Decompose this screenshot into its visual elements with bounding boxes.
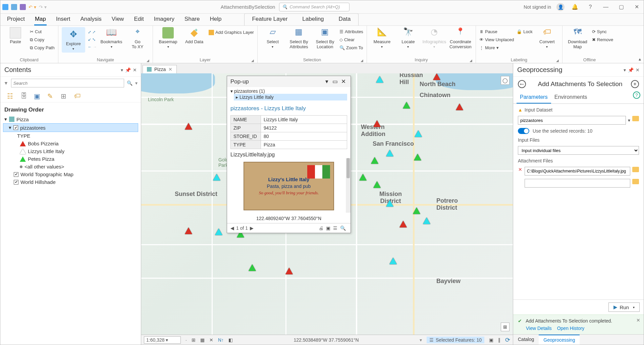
add-data-button[interactable]: ◆+Add Data [182, 27, 206, 44]
status-icon[interactable]: ◧ [228, 337, 233, 343]
map-marker[interactable] [399, 221, 407, 227]
tab-data[interactable]: Data [331, 14, 358, 25]
pane-options-button[interactable]: ▾ [121, 67, 123, 73]
pause-labels-button[interactable]: ⏸ Pause [479, 28, 497, 35]
tab-share[interactable]: Share [184, 14, 200, 25]
map-marker[interactable] [371, 157, 378, 164]
autohide-button[interactable]: 📌 [125, 67, 131, 73]
snapping-view-icon[interactable]: ⊞ [61, 92, 68, 99]
popup-feature-item[interactable]: ▸ Lizzys Little Italy [234, 94, 347, 100]
layer-hillshade[interactable]: ✔World Hillshade [3, 178, 138, 186]
tab-map[interactable]: Map [34, 14, 47, 25]
geoprocessing-tab[interactable]: Geoprocessing [539, 335, 580, 345]
map-marker[interactable] [249, 264, 256, 271]
scale-input[interactable]: 1:60,328 ▾ [144, 336, 181, 344]
map-marker[interactable] [456, 104, 463, 110]
autohide-button[interactable]: 📌 [628, 67, 634, 73]
contents-search-input[interactable] [11, 79, 124, 87]
layer-pizzastores[interactable]: ▾✔pizzastores [3, 123, 138, 132]
zoom-to-button[interactable]: 🔍 Zoom To [339, 45, 363, 51]
map-marker[interactable] [386, 150, 393, 156]
tab-environments[interactable]: Environments [551, 91, 591, 104]
use-selection-toggle[interactable] [518, 128, 529, 134]
attachment-file-empty-field[interactable] [525, 179, 630, 188]
status-icon[interactable]: ✕ [209, 337, 213, 343]
map-marker[interactable] [433, 73, 440, 80]
notifications-icon[interactable]: 🔔 [570, 4, 580, 10]
signin-status[interactable]: Not signed in [524, 4, 551, 10]
full-extent-icon[interactable]: ⤢ ↗ [88, 30, 96, 34]
basemap-button[interactable]: Basemap▾ [156, 27, 180, 49]
download-map-button[interactable]: 🗺Download Map [566, 27, 589, 49]
popup-attachment-image[interactable]: Lizzy's Little Italy Pasta, pizza and pu… [244, 162, 334, 210]
status-icon[interactable]: ⊞ [192, 337, 196, 343]
close-button[interactable]: ✕ [632, 4, 642, 10]
close-pane-button[interactable]: ✕ [133, 67, 137, 73]
tab-feature-layer[interactable]: Feature Layer [245, 14, 295, 25]
input-dataset-field[interactable] [518, 116, 626, 125]
map-marker[interactable] [359, 174, 367, 181]
tool-help-button[interactable]: ? [633, 91, 640, 99]
map-tab[interactable]: Pizza✕ [143, 65, 177, 73]
explore-button[interactable]: ✥Explore▾ [62, 27, 85, 53]
map-marker[interactable] [413, 207, 420, 214]
map-marker[interactable] [373, 181, 381, 188]
map-node[interactable]: ▾Pizza [3, 115, 138, 123]
help-icon[interactable]: ? [585, 4, 595, 10]
attachment-file-field[interactable] [525, 167, 630, 176]
map-marker[interactable] [185, 123, 192, 130]
select-button[interactable]: ▱Select▾ [261, 27, 284, 49]
map-marker[interactable] [403, 102, 410, 109]
bookmarks-button[interactable]: 📖Bookmarks▾ [100, 27, 123, 49]
minimize-button[interactable]: — [601, 4, 611, 10]
pause-draw-button[interactable]: ‖ [498, 337, 500, 343]
map-marker[interactable] [389, 258, 397, 264]
refresh-button[interactable]: ⟳ [505, 336, 510, 344]
popup-menu-button[interactable]: ☰ [333, 225, 337, 231]
popup-scrollbar[interactable] [346, 158, 351, 213]
tab-imagery[interactable]: Imagery [153, 14, 175, 25]
popup-select-button[interactable]: ▣ [326, 225, 330, 231]
snapping-button[interactable]: ⊞ [501, 323, 509, 331]
status-icon[interactable]: ▣ [489, 337, 493, 343]
navigator-button[interactable]: ◯ [501, 76, 509, 85]
attributes-button[interactable]: ☰ Attributes [339, 28, 363, 35]
dismiss-message-button[interactable]: ✕ [636, 318, 640, 323]
editing-view-icon[interactable]: ✎ [47, 92, 55, 99]
popup-options-button[interactable]: ▾ [325, 78, 328, 85]
labeling-view-icon[interactable]: 🏷 [74, 92, 82, 99]
tab-insert[interactable]: Insert [55, 14, 71, 25]
map-canvas[interactable]: San Francisco Mission District Russian H… [141, 73, 513, 335]
tab-labeling[interactable]: Labeling [295, 14, 331, 25]
add-to-favorites-button[interactable]: + [631, 80, 639, 88]
dialog-launcher-icon[interactable]: ◢ [147, 59, 149, 62]
catalog-tab[interactable]: Catalog [513, 335, 539, 345]
select-by-attributes-button[interactable]: ▦Select By Attributes [287, 27, 311, 49]
redo-button[interactable]: ↷ ▾ [39, 4, 47, 10]
popup-zoom-button[interactable]: 🔍 [340, 225, 346, 231]
collapse-ribbon-button[interactable]: ▴ [639, 56, 641, 62]
map-marker[interactable] [213, 174, 220, 181]
prev-next-icon[interactable]: ← → [88, 45, 97, 49]
selected-features-button[interactable]: ☰Selected Features: 10 [427, 337, 484, 343]
dialog-launcher-icon[interactable]: ◢ [556, 59, 559, 62]
symbol-bobs[interactable]: Bobs Pizzeria [3, 140, 138, 147]
run-button[interactable]: ▶Run▾ [608, 302, 640, 312]
map-marker[interactable] [373, 120, 381, 127]
new-project-icon[interactable] [2, 4, 8, 10]
map-marker[interactable] [376, 76, 383, 83]
command-search[interactable]: 🔍 Command Search (Alt+Q) [279, 3, 350, 11]
close-pane-button[interactable]: ✕ [636, 67, 640, 73]
popup-print-button[interactable]: 🖨 [319, 225, 323, 231]
layer-topo[interactable]: ✔World Topographic Map [3, 170, 138, 178]
map-marker[interactable] [415, 130, 422, 137]
symbol-petes[interactable]: Petes Pizza [3, 155, 138, 163]
status-icon[interactable]: N↑ [218, 337, 224, 343]
dialog-launcher-icon[interactable]: ◢ [361, 59, 363, 62]
drawing-order-view-icon[interactable]: ☷ [7, 92, 14, 99]
tab-project[interactable]: Project [6, 14, 25, 25]
tab-help[interactable]: Help [209, 14, 222, 25]
coord-conversion-button[interactable]: 📍Coordinate Conversion [449, 27, 472, 49]
search-icon[interactable]: 🔍 [127, 80, 132, 86]
tab-parameters[interactable]: Parameters [517, 91, 551, 104]
